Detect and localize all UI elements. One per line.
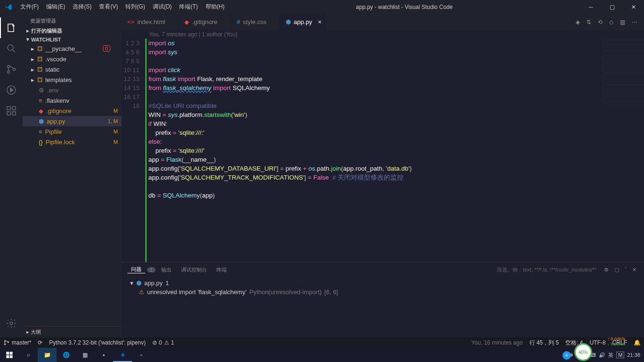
perf-widget[interactable]: 40%: [574, 343, 592, 361]
error-badge: 0: [103, 45, 110, 52]
problems-filter-input[interactable]: 筛选。例：text, **/*.ts, !**/node_modules/**: [493, 266, 600, 273]
svg-point-2: [8, 71, 10, 74]
task-terminal-icon[interactable]: ▪: [94, 348, 113, 362]
source-control-icon[interactable]: [0, 59, 23, 80]
code-editor[interactable]: 1 2 3 4 5 6 7 8 9 10 11 12 13 14 15 16 1…: [122, 39, 644, 262]
menu-edit[interactable]: 编辑(E): [42, 0, 69, 14]
tab-close-icon[interactable]: ×: [318, 18, 322, 25]
split-icon[interactable]: ▥: [620, 19, 625, 25]
explorer-title: 资源管理器: [23, 14, 122, 26]
editor-area: <>index.html ◆.gitignore #style.css ⬢app…: [122, 14, 644, 337]
task-app-icon[interactable]: ▦: [75, 348, 94, 362]
run-icon[interactable]: ◇: [609, 19, 613, 25]
problem-file-row[interactable]: ▾⬢app.py 1: [127, 279, 638, 288]
settings-gear-icon[interactable]: [0, 313, 23, 334]
status-cursor[interactable]: 行 45，列 5: [526, 339, 562, 347]
svg-rect-13: [6, 352, 9, 354]
windows-taskbar: ○ 📁 🌐 ▦ ▪ ◈ ▫ 40% ↑ 0.04K/s↓ 0.09K/s + ❄…: [0, 348, 644, 362]
git-blame-annotation: You, 7 minutes ago | 1 author (You): [122, 30, 644, 39]
panel-settings-icon[interactable]: ⚙: [602, 267, 611, 273]
diff-icon[interactable]: ⟲: [598, 19, 603, 25]
tray-plus-icon[interactable]: +: [562, 351, 571, 360]
minimap[interactable]: [602, 39, 644, 105]
task-vscode-icon[interactable]: ◈: [113, 348, 132, 362]
tree-file-pipfile-lock[interactable]: {}Pipfile.lockM: [23, 137, 122, 147]
status-bell-icon[interactable]: 🔔: [630, 339, 644, 347]
panel-close-icon[interactable]: ✕: [630, 267, 638, 273]
tree-file-flaskenv[interactable]: ≡.flaskenv: [23, 95, 122, 106]
tray-volume-icon[interactable]: 🔊: [599, 352, 605, 358]
minimize-button[interactable]: ─: [580, 0, 602, 14]
menu-select[interactable]: 选择(S): [69, 0, 95, 14]
panel-maximize-icon[interactable]: ▢: [612, 267, 621, 273]
editor-tabs: <>index.html ◆.gitignore #style.css ⬢app…: [122, 14, 644, 30]
debug-icon[interactable]: [0, 80, 23, 100]
line-numbers: 1 2 3 4 5 6 7 8 9 10 11 12 13 14 15 16 1…: [122, 39, 145, 262]
menu-view[interactable]: 查看(V): [95, 0, 122, 14]
panel-tab-output[interactable]: 输出: [157, 266, 175, 273]
tree-folder-templates[interactable]: ▸⚃templates: [23, 74, 122, 85]
close-button[interactable]: ✕: [623, 0, 644, 14]
tree-file-pipfile[interactable]: ≡PipfileM: [23, 126, 122, 137]
task-chrome-icon[interactable]: 🌐: [57, 348, 75, 362]
svg-rect-5: [7, 107, 10, 110]
svg-point-9: [10, 322, 13, 325]
outline-section[interactable]: ▸ 大纲: [23, 326, 122, 337]
status-bar: master* ⟳ Python 3.7.2 32-bit ('watchlis…: [0, 337, 644, 348]
status-errors[interactable]: ⊘ 0 ⚠ 1: [149, 339, 177, 346]
tab-gitignore[interactable]: ◆.gitignore: [179, 14, 231, 30]
menu-file[interactable]: 文件(F): [17, 0, 42, 14]
svg-point-1: [8, 66, 10, 68]
code-content[interactable]: import os import sys import click from f…: [147, 39, 644, 262]
start-button[interactable]: [0, 348, 19, 362]
svg-rect-6: [7, 112, 10, 115]
menu-goto[interactable]: 转到(G): [122, 0, 149, 14]
menu-debug[interactable]: 调试(D): [149, 0, 176, 14]
activity-bar: [0, 14, 23, 337]
tree-file-gitignore[interactable]: ◆.gitignoreM: [23, 106, 122, 116]
compare-icon[interactable]: ⇅: [586, 19, 591, 25]
tray-clock[interactable]: 21:38: [627, 352, 640, 358]
gitlens-icon[interactable]: ◈: [576, 19, 580, 25]
task-other-icon[interactable]: ▫: [132, 348, 151, 362]
more-icon[interactable]: ⋯: [632, 19, 637, 25]
problem-item[interactable]: ⚠unresolved import 'flask_sqlalchemy' Py…: [127, 288, 638, 296]
open-editors-section[interactable]: ▸ 打开的编辑器: [23, 26, 122, 35]
panel-tab-terminal[interactable]: 终端: [213, 266, 231, 273]
menu-terminal[interactable]: 终端(T): [175, 0, 201, 14]
extensions-icon[interactable]: [0, 100, 23, 121]
tray-m-icon[interactable]: M: [616, 352, 624, 358]
explorer-sidebar: 资源管理器 ▸ 打开的编辑器 ▾ WATCHLIST ▸⚃__pycache__…: [23, 14, 122, 337]
status-encoding[interactable]: UTF-8: [586, 339, 609, 347]
folder-header[interactable]: ▾ WATCHLIST: [23, 35, 122, 43]
panel-tab-debug[interactable]: 调试控制台: [177, 266, 211, 273]
maximize-button[interactable]: ▢: [602, 0, 623, 14]
svg-rect-8: [12, 107, 16, 110]
tree-file-app-py[interactable]: ⬢app.py1, M: [23, 116, 122, 126]
task-explorer-icon[interactable]: 📁: [38, 348, 57, 362]
tab-index-html[interactable]: <>index.html: [122, 14, 179, 30]
tree-folder-pycache[interactable]: ▸⚃__pycache__0: [23, 43, 122, 54]
tab-style-css[interactable]: #style.css: [231, 14, 280, 30]
cortana-icon[interactable]: ○: [19, 348, 38, 362]
tree-folder-static[interactable]: ▸⚃static: [23, 64, 122, 74]
svg-point-3: [13, 68, 16, 71]
status-blame[interactable]: You, 16 minutes ago: [468, 339, 526, 347]
tree-file-env[interactable]: ⚙.env: [23, 85, 122, 95]
explorer-icon[interactable]: [0, 17, 23, 38]
panel-collapse-icon[interactable]: ˆ: [623, 267, 628, 272]
file-tree: ▸⚃__pycache__0 ▸⚃.vscode ▸⚃static ▸⚃temp…: [23, 43, 122, 326]
window-title: app.py - watchlist - Visual Studio Code: [228, 4, 580, 10]
panel-tab-problems[interactable]: 问题: [127, 266, 145, 273]
tab-app-py[interactable]: ⬢app.py×: [280, 14, 326, 30]
menu-help[interactable]: 帮助(H): [202, 0, 229, 14]
network-speed-widget: ↑ 0.04K/s↓ 0.09K/s: [607, 337, 625, 347]
tray-ime[interactable]: 英: [608, 352, 613, 359]
svg-rect-7: [12, 112, 16, 115]
status-python[interactable]: Python 3.7.2 32-bit ('watchlist': pipenv…: [46, 339, 149, 346]
panel-tabs: 问题 1 输出 调试控制台 终端 筛选。例：text, **/*.ts, !**…: [122, 263, 644, 277]
tree-folder-vscode[interactable]: ▸⚃.vscode: [23, 54, 122, 64]
status-branch[interactable]: master*: [0, 339, 34, 346]
status-sync-icon[interactable]: ⟳: [34, 339, 46, 346]
search-icon[interactable]: [0, 38, 23, 59]
